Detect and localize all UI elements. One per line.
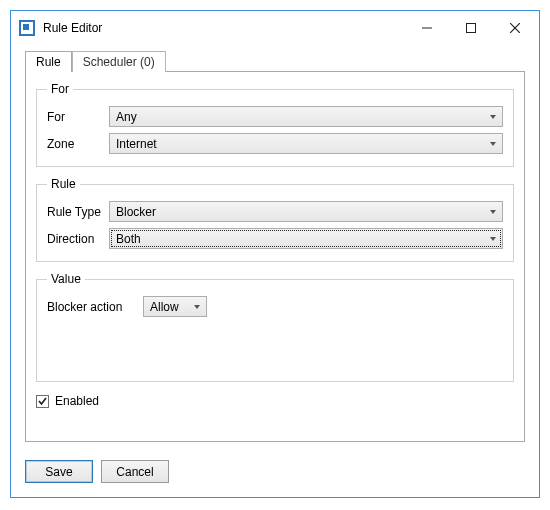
for-group: For For Any Zone Internet: [36, 82, 514, 167]
window-title: Rule Editor: [43, 21, 405, 35]
for-legend: For: [47, 82, 73, 96]
check-icon: [37, 396, 48, 407]
close-button[interactable]: [493, 13, 537, 43]
tab-strip: Rule Scheduler (0): [25, 51, 525, 72]
rule-type-dropdown[interactable]: Blocker: [109, 201, 503, 222]
cancel-button[interactable]: Cancel: [101, 460, 169, 483]
direction-label: Direction: [47, 232, 103, 246]
enabled-row: Enabled: [36, 392, 514, 408]
tab-panel-rule: For For Any Zone Internet Rule Rul: [25, 71, 525, 442]
blocker-action-value: Allow: [150, 300, 179, 314]
blocker-action-label: Blocker action: [47, 300, 137, 314]
save-button[interactable]: Save: [25, 460, 93, 483]
rule-legend: Rule: [47, 177, 80, 191]
blocker-action-dropdown[interactable]: Allow: [143, 296, 207, 317]
rule-group: Rule Rule Type Blocker Direction Both: [36, 177, 514, 262]
svg-rect-3: [467, 24, 476, 33]
titlebar: Rule Editor: [11, 11, 539, 45]
enabled-checkbox[interactable]: [36, 395, 49, 408]
direction-dropdown[interactable]: Both: [109, 228, 503, 249]
zone-dropdown[interactable]: Internet: [109, 133, 503, 154]
tab-scheduler[interactable]: Scheduler (0): [72, 51, 166, 72]
app-icon: [19, 20, 35, 36]
svg-rect-1: [23, 24, 29, 30]
button-bar: Save Cancel: [11, 452, 539, 497]
zone-label: Zone: [47, 137, 103, 151]
for-dropdown[interactable]: Any: [109, 106, 503, 127]
rule-editor-window: Rule Editor Rule Scheduler (0) For: [10, 10, 540, 498]
for-value: Any: [116, 110, 137, 124]
tab-rule[interactable]: Rule: [25, 51, 72, 72]
zone-value: Internet: [116, 137, 157, 151]
minimize-button[interactable]: [405, 13, 449, 43]
value-group: Value Blocker action Allow: [36, 272, 514, 382]
maximize-button[interactable]: [449, 13, 493, 43]
for-label: For: [47, 110, 103, 124]
value-legend: Value: [47, 272, 85, 286]
enabled-label: Enabled: [55, 394, 99, 408]
rule-type-value: Blocker: [116, 205, 156, 219]
direction-value: Both: [116, 232, 141, 246]
window-controls: [405, 13, 537, 43]
rule-type-label: Rule Type: [47, 205, 103, 219]
content-area: Rule Scheduler (0) For For Any Zone Inte…: [11, 45, 539, 452]
